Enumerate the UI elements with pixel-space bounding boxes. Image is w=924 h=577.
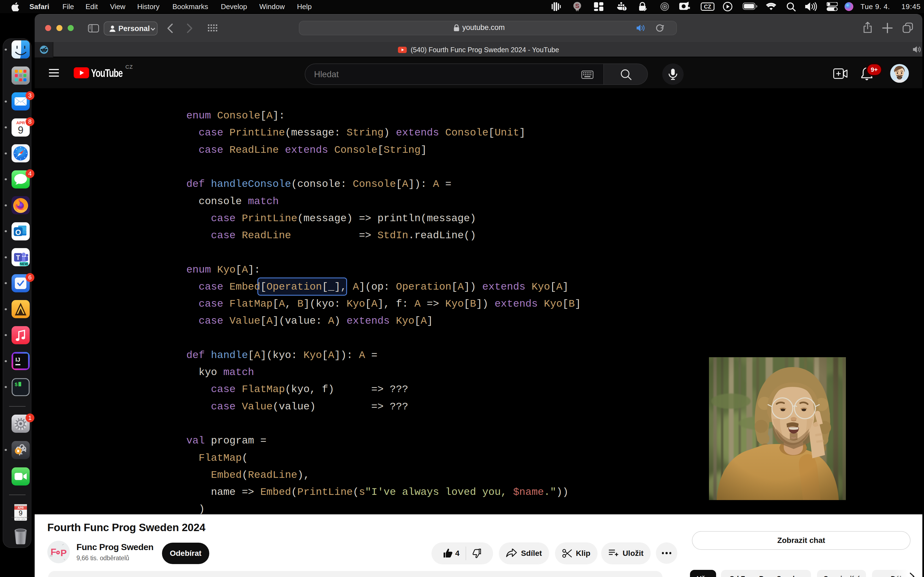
svg-text:Deleted scene from: Deleted scene from xyxy=(15,504,27,506)
svg-text:$: $ xyxy=(15,382,18,388)
svg-text:IJ: IJ xyxy=(15,356,20,363)
svg-text:9: 9 xyxy=(19,509,23,517)
svg-text:17:00 - 19:00: 17:00 - 19:00 xyxy=(16,518,25,520)
svg-text:9: 9 xyxy=(18,124,24,136)
svg-text:NEW: NEW xyxy=(20,262,28,266)
svg-text:!: ! xyxy=(624,6,625,11)
svg-text:F: F xyxy=(51,546,57,557)
svg-text:Fourth Func Prog Swed...: Fourth Func Prog Swed... xyxy=(11,517,30,518)
svg-text:APR: APR xyxy=(18,506,24,509)
svg-text:O: O xyxy=(15,228,21,237)
svg-text:P: P xyxy=(60,548,67,558)
svg-text:S: S xyxy=(575,2,580,9)
svg-text:T: T xyxy=(16,254,20,261)
